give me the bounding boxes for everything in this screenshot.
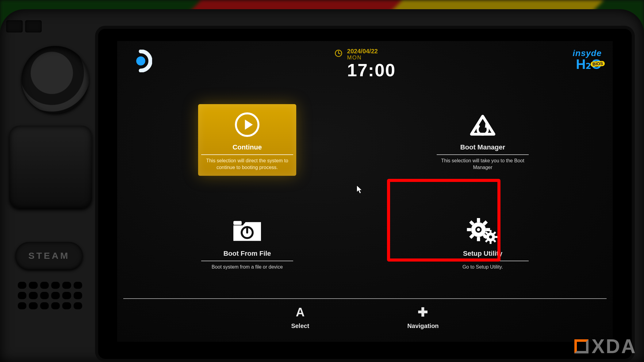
firmware-logo-icon xyxy=(129,50,152,72)
tile-divider xyxy=(201,154,293,155)
tile-divider xyxy=(437,261,529,261)
svg-point-20 xyxy=(477,228,480,231)
tile-description: This selection will take you to the Boot… xyxy=(437,157,529,171)
speaker-grille xyxy=(18,282,82,309)
input-hints: A Select ✚ Navigation xyxy=(117,306,613,330)
hint-navigation-label: Navigation xyxy=(407,322,439,330)
view-button[interactable] xyxy=(6,20,23,32)
svg-rect-12 xyxy=(477,237,480,241)
tile-description: Go to Setup Utility. xyxy=(462,264,503,270)
gears-icon xyxy=(464,214,501,248)
site-watermark: XDA xyxy=(574,335,637,358)
header-date: 2024/04/22 xyxy=(347,48,396,55)
left-trackpad[interactable] xyxy=(9,126,92,208)
dpad-icon: ✚ xyxy=(407,306,439,318)
svg-rect-7 xyxy=(233,221,242,225)
tile-setup-utility[interactable]: Setup Utility Go to Setup Utility. xyxy=(434,210,532,275)
tile-divider xyxy=(437,154,529,155)
bios-screen: 2024/04/22 MON 17:00 insyde H₂O BIOS xyxy=(117,41,613,342)
tile-title: Setup Utility xyxy=(463,250,502,258)
handheld-device-body: STEAM 2024/04/22 xyxy=(0,9,644,362)
tile-boot-manager[interactable]: Boot Manager This selection will take yo… xyxy=(434,104,532,175)
vendor-brand: insyde H₂O BIOS xyxy=(559,48,602,70)
recycle-icon xyxy=(466,108,500,141)
header-time: 17:00 xyxy=(347,60,396,80)
left-thumbstick[interactable] xyxy=(21,46,89,113)
tile-description: Boot system from a file or device xyxy=(212,264,283,270)
folder-power-icon xyxy=(230,214,264,248)
tile-title: Boot From File xyxy=(223,250,271,258)
screen-bezel: 2024/04/22 MON 17:00 insyde H₂O BIOS xyxy=(98,29,632,359)
clock-icon xyxy=(334,49,343,58)
svg-rect-25 xyxy=(495,236,497,238)
steam-button-label: STEAM xyxy=(29,251,70,261)
tile-title: Continue xyxy=(232,143,262,151)
menu-grid: Continue This selection will direct the … xyxy=(169,96,561,287)
footer-divider xyxy=(123,298,607,299)
tile-divider xyxy=(201,261,293,261)
svg-marker-5 xyxy=(245,120,253,130)
svg-rect-13 xyxy=(467,228,471,231)
svg-rect-14 xyxy=(486,228,490,231)
svg-rect-11 xyxy=(477,218,480,222)
steam-button[interactable]: STEAM xyxy=(15,242,83,270)
hint-navigation: ✚ Navigation xyxy=(407,306,439,330)
a-button-icon: A xyxy=(291,306,309,318)
menu-button[interactable] xyxy=(25,20,42,32)
tile-continue[interactable]: Continue This selection will direct the … xyxy=(198,104,296,175)
vendor-badge: BIOS xyxy=(590,61,605,67)
hint-select-label: Select xyxy=(291,322,309,330)
tile-title: Boot Manager xyxy=(460,143,505,151)
clock-block: 2024/04/22 MON 17:00 xyxy=(334,48,396,80)
watermark-text: XDA xyxy=(592,335,637,358)
svg-rect-23 xyxy=(490,241,492,244)
watermark-icon xyxy=(574,339,588,353)
hint-select: A Select xyxy=(291,306,309,330)
svg-point-30 xyxy=(489,236,492,239)
tile-description: This selection will direct the system to… xyxy=(201,157,293,171)
tile-boot-from-file[interactable]: Boot From File Boot system from a file o… xyxy=(198,210,296,275)
svg-rect-22 xyxy=(490,230,492,232)
svg-line-3 xyxy=(339,53,340,54)
play-icon xyxy=(233,108,261,141)
svg-rect-24 xyxy=(484,236,486,238)
svg-point-0 xyxy=(136,56,145,66)
